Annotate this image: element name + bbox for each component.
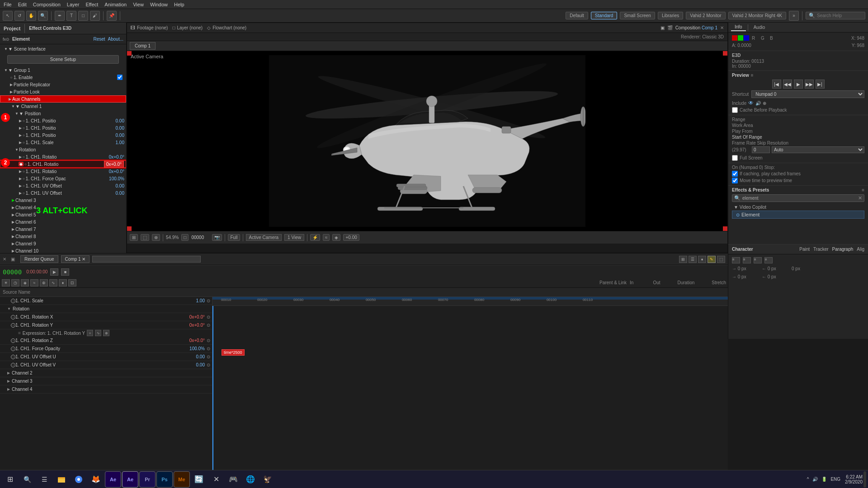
menu-edit[interactable]: Edit [18, 2, 27, 7]
video-copilot-group[interactable]: ▼ Video Copilot [732, 204, 864, 211]
pos-z-row[interactable]: ▶ ○ 1. CH1. Positio 0.00 [0, 131, 126, 139]
uv-u-tl-val[interactable]: 0.00 [196, 354, 205, 359]
include-overflow-icon[interactable]: ⊕ [763, 101, 766, 106]
pos-z-value[interactable]: 0.00 [116, 133, 124, 138]
fx-about-btn[interactable]: About... [108, 37, 123, 42]
workspace-monitor1[interactable]: Vahid 2 Monitor [686, 12, 725, 19]
shortcut-select[interactable]: Numpad 0 [751, 90, 864, 98]
uv-u-tl-row[interactable]: ○ 1. CH1. UV Offset U 0.00 ⊙ [0, 353, 212, 361]
render-btn[interactable]: 📷 [212, 234, 222, 241]
align-justify-btn[interactable]: ≡ [764, 257, 773, 263]
comp1-tab[interactable]: Comp 1 [130, 42, 156, 50]
graph-btn[interactable]: ∿ [49, 279, 57, 286]
search-input[interactable] [817, 13, 862, 18]
audio-tab[interactable]: Audio [750, 24, 769, 31]
channel10-row[interactable]: ▶ Channel 10 [0, 247, 126, 253]
effect-controls-tab[interactable]: Effect Controls E3D [29, 26, 71, 31]
include-video-icon[interactable]: 👁 [748, 100, 754, 106]
comp1-timeline-tab[interactable]: Comp 1 ✕ [61, 255, 90, 263]
particle-look-row[interactable]: ▶ Particle Look [0, 88, 126, 95]
scale-row[interactable]: ▶ ○ 1. CH1. Scale 1.00 [0, 139, 126, 146]
channel1-row[interactable]: ▼ ▼ Channel 1 [0, 103, 126, 110]
channel3-section-row[interactable]: ▶ Channel 3 [0, 197, 126, 204]
particle-rep-row[interactable]: ▶ Particle Replicator [0, 81, 126, 88]
enable-checkbox[interactable] [117, 75, 123, 80]
rot-y-tl-val[interactable]: 0x+0.0° [189, 323, 205, 328]
rot-x-row[interactable]: ▶ ○ 1. CH1. Rotatio 0x+0.0° [0, 153, 126, 160]
timeline-search[interactable] [92, 256, 201, 263]
channel6-row[interactable]: ▶ Channel 6 [0, 218, 126, 225]
rot-y-row[interactable]: ◆ ○ 1. CH1. Rotatio 0x+0.0° [0, 160, 126, 168]
start-btn[interactable]: ⊞ [2, 471, 18, 488]
tool-shape[interactable]: □ [78, 11, 88, 21]
fullscreen-checkbox[interactable] [732, 155, 738, 161]
me-btn[interactable]: Me [174, 471, 190, 488]
render-queue-tab[interactable]: Render Queue [20, 255, 58, 263]
include-audio-icon[interactable]: 🔊 [755, 101, 761, 106]
first-frame-btn[interactable]: |◀ [772, 80, 781, 89]
tracker-tab[interactable]: Tracker [813, 247, 829, 252]
tool-rotate[interactable]: ↺ [14, 11, 24, 21]
mask-btn[interactable]: ♦ [59, 279, 67, 286]
quality-btn[interactable]: Full [228, 234, 240, 241]
rot-z-row[interactable]: ▶ ○ 1. CH1. Rotatio 0x+0.0° [0, 168, 126, 175]
app-btn-2[interactable]: ✕ [208, 471, 224, 488]
scene-interface-row[interactable]: ▼ ▼ Scene Interface [0, 45, 126, 52]
draft-btn[interactable]: ◈ [332, 234, 340, 241]
ch4-tl-expand[interactable]: ▶ [7, 387, 10, 391]
force-opac-row[interactable]: ▶ ○ 1. CH1. Force Opac 100.0% [0, 175, 126, 182]
fx-reset-btn[interactable]: Reset [93, 37, 105, 42]
align-left-btn[interactable]: ≡ [732, 257, 740, 263]
ae-btn-1[interactable]: Ae [105, 471, 121, 488]
tl-icon-2[interactable]: ☰ [689, 256, 697, 263]
uv-v-value[interactable]: 0.00 [116, 191, 124, 196]
app-btn-1[interactable]: 🔄 [191, 471, 207, 488]
workspace-smallscreen[interactable]: Small Screen [620, 12, 655, 19]
ch2-tl-row[interactable]: ▶ Channel 2 [0, 369, 212, 377]
tool-brush[interactable]: 🖌 [90, 11, 100, 21]
menu-composition[interactable]: Composition [33, 2, 61, 7]
channel7-row[interactable]: ▶ Channel 7 [0, 225, 126, 233]
tool-puppet[interactable]: 📌 [107, 11, 117, 21]
next-frame-btn[interactable]: ▶▶ [805, 80, 814, 89]
workspace-more[interactable]: » [789, 11, 799, 21]
timeline-timecode[interactable]: 00000 [3, 268, 22, 276]
rot-x-tl-link[interactable]: ⊙ [207, 314, 210, 319]
camera-selector[interactable]: Active Camera [246, 234, 282, 241]
force-opac-tl-row[interactable]: ○ 1. CH1. Force Opacity 100.0% ⊙ [0, 345, 212, 353]
app-btn-3[interactable]: 🎮 [225, 471, 241, 488]
force-opac-tl-val[interactable]: 100.0% [189, 346, 205, 351]
tool-pen[interactable]: ✒ [55, 11, 65, 21]
ae-btn-2[interactable]: Ae [122, 471, 138, 488]
draft-btn[interactable]: ◈ [21, 279, 29, 286]
if-caching-checkbox[interactable] [732, 171, 738, 177]
tl-icon-1[interactable]: ⊞ [679, 256, 687, 263]
preview-settings-icon[interactable]: ≡ [751, 73, 754, 78]
scale-tl-val[interactable]: 1.00 [196, 298, 205, 303]
tool-text[interactable]: T [66, 11, 76, 21]
cache-checkbox[interactable] [732, 107, 738, 113]
ch3-tl-row[interactable]: ▶ Channel 3 [0, 377, 212, 385]
menu-file[interactable]: File [4, 2, 12, 7]
workspace-standard[interactable]: Standard [591, 12, 618, 19]
rotation-row[interactable]: ▼ Rotation [0, 146, 126, 153]
fit-btn[interactable]: □ [181, 234, 189, 241]
scale-tl-link[interactable]: ⊙ [207, 298, 210, 303]
align-center-btn[interactable]: ≡ [743, 257, 751, 263]
comp-close-btn[interactable]: ✕ [720, 25, 724, 30]
rotation-tl-row[interactable]: ▼ Rotation [0, 305, 212, 313]
motionblur-btn[interactable]: ≈ [30, 279, 38, 286]
snap-btn[interactable]: ⊞ [130, 234, 138, 241]
tool-pan[interactable]: ✋ [26, 11, 36, 21]
show-desktop-btn[interactable] [863, 471, 866, 488]
uv-v-row[interactable]: ▶ ○ 1. CH1. UV Offset 0.00 [0, 189, 126, 197]
grid-btn[interactable]: ⊕ [152, 234, 160, 241]
comp-tab-label[interactable]: Composition Comp 1 [675, 25, 717, 30]
pos-x-row[interactable]: ▶ ○ 1. CH1. Positio 0.00 [0, 117, 126, 124]
effects-search-clear[interactable]: ✕ [858, 195, 862, 201]
shy-btn[interactable]: ◷ [11, 279, 19, 286]
element-item[interactable]: ⊙ Element [732, 211, 864, 219]
position-row[interactable]: ▼ ▼ Position [0, 110, 126, 117]
rot-x-tl-val[interactable]: 0x+0.0° [189, 314, 205, 319]
uv-v-tl-link[interactable]: ⊙ [207, 362, 210, 367]
